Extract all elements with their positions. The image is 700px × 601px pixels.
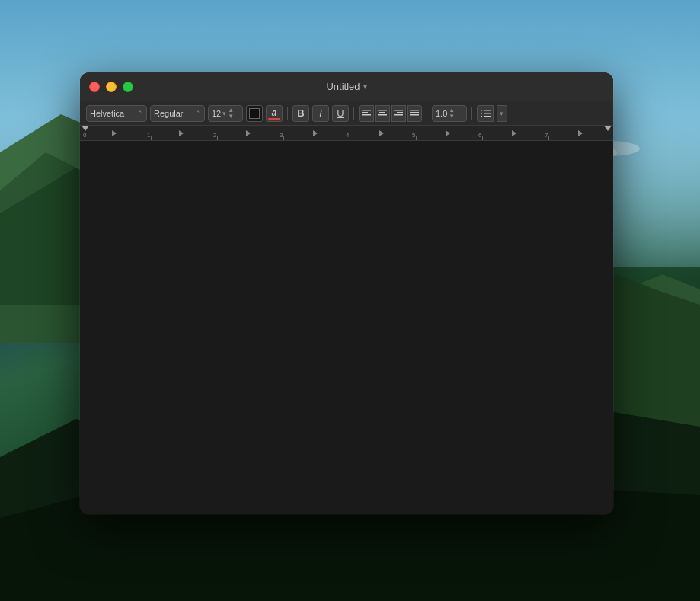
svg-rect-17 [362, 112, 368, 113]
tab-stop-3[interactable] [246, 130, 251, 136]
align-left-icon [362, 110, 371, 117]
svg-rect-29 [410, 112, 419, 113]
ruler-tick-5 [416, 136, 417, 140]
ruler-mark-4: 4 [346, 132, 349, 139]
svg-rect-37 [484, 116, 491, 117]
svg-rect-36 [481, 116, 482, 117]
ruler-left-margin-icon[interactable] [82, 126, 89, 131]
text-editor-window: Untitled ▾ Helvetica ⌃ Regular ⌃ 12 ▾ ▲ … [80, 72, 613, 514]
align-right-button[interactable] [391, 105, 406, 122]
ruler-mark-3: 3 [280, 132, 283, 139]
color-swatch [249, 108, 260, 119]
divider-2 [353, 107, 354, 120]
tab-stop-4[interactable] [313, 130, 318, 136]
divider-1 [287, 107, 288, 120]
tab-stop-7[interactable] [512, 130, 516, 136]
ruler: 0 1 2 3 4 5 6 7 [80, 126, 613, 141]
window-title-area[interactable]: Untitled ▾ [326, 81, 366, 92]
font-style-label: Regular [154, 109, 184, 118]
align-justify-button[interactable] [407, 105, 422, 122]
tab-stop-1[interactable] [112, 130, 117, 136]
window-title: Untitled [326, 81, 360, 92]
ruler-mark-6: 6 [478, 132, 481, 139]
ruler-mark-1: 1 [147, 132, 150, 139]
line-spacing-stepper-icon[interactable]: ▲ ▼ [449, 107, 455, 120]
font-family-select[interactable]: Helvetica ⌃ [86, 105, 147, 122]
align-right-icon [394, 110, 403, 117]
ruler-mark-7: 7 [545, 132, 548, 139]
ruler-tick-1 [151, 136, 152, 140]
underline-button[interactable]: U [332, 105, 349, 122]
divider-3 [427, 107, 427, 120]
svg-rect-23 [380, 117, 385, 117]
fill-color-button[interactable] [246, 105, 263, 122]
format-toolbar: Helvetica ⌃ Regular ⌃ 12 ▾ ▲ ▼ a [80, 101, 613, 126]
ruler-right-margin-icon[interactable] [604, 126, 612, 131]
ruler-tick-7 [548, 136, 549, 140]
title-chevron-icon: ▾ [363, 82, 367, 91]
list-dropdown-button[interactable]: ▾ [497, 105, 507, 122]
font-size-control[interactable]: 12 ▾ ▲ ▼ [208, 105, 243, 122]
tab-stop-8[interactable] [578, 130, 583, 136]
svg-rect-33 [484, 110, 491, 111]
svg-rect-32 [481, 110, 482, 111]
svg-rect-24 [394, 110, 403, 111]
font-size-dropdown-icon: ▾ [222, 110, 226, 117]
font-size-value: 12 [212, 109, 221, 118]
traffic-lights [89, 82, 133, 92]
tab-stop-5[interactable] [379, 130, 384, 136]
ruler-tick-6 [482, 136, 483, 140]
svg-rect-30 [410, 114, 419, 116]
tab-stop-2[interactable] [179, 130, 184, 136]
italic-icon: I [319, 107, 322, 119]
font-style-chevron-icon: ⌃ [195, 110, 201, 117]
font-size-stepper-icon[interactable]: ▲ ▼ [228, 107, 234, 120]
svg-rect-34 [481, 113, 482, 114]
italic-button[interactable]: I [312, 105, 329, 122]
ruler-tick-4 [350, 136, 350, 140]
line-spacing-value: 1.0 [436, 109, 447, 118]
svg-rect-21 [379, 112, 385, 113]
ruler-mark-2: 2 [213, 132, 216, 139]
font-family-chevron-icon: ⌃ [137, 110, 143, 117]
svg-rect-28 [410, 110, 419, 111]
line-spacing-control[interactable]: 1.0 ▲ ▼ [432, 105, 467, 122]
align-justify-icon [410, 110, 419, 117]
tab-stop-6[interactable] [446, 130, 450, 136]
svg-rect-20 [378, 110, 387, 111]
text-editing-area[interactable] [80, 141, 613, 514]
maximize-button[interactable] [123, 82, 133, 92]
alignment-group [359, 105, 422, 122]
svg-rect-22 [378, 114, 387, 116]
text-color-button[interactable]: a [266, 105, 283, 122]
svg-rect-26 [394, 114, 403, 116]
text-color-icon: a [272, 107, 277, 118]
bold-icon: B [297, 107, 304, 119]
ruler-mark-5: 5 [412, 132, 415, 139]
divider-4 [471, 107, 472, 120]
align-left-button[interactable] [359, 105, 374, 122]
ruler-marks: 0 1 2 3 4 5 6 7 [80, 126, 613, 140]
ruler-tick-3 [283, 136, 284, 140]
align-center-icon [378, 110, 387, 117]
close-button[interactable] [89, 82, 100, 92]
font-style-select[interactable]: Regular ⌃ [150, 105, 205, 122]
svg-rect-35 [484, 113, 491, 114]
list-chevron-icon: ▾ [500, 110, 503, 117]
underline-icon: U [337, 107, 344, 119]
text-color-underline [268, 118, 280, 120]
align-center-button[interactable] [375, 105, 390, 122]
svg-rect-19 [362, 117, 366, 117]
svg-rect-31 [410, 117, 419, 117]
list-button[interactable] [477, 105, 494, 122]
minimize-button[interactable] [106, 82, 117, 92]
bold-button[interactable]: B [292, 105, 309, 122]
ruler-tick-2 [217, 136, 218, 140]
svg-rect-27 [398, 117, 403, 117]
svg-rect-18 [362, 114, 371, 116]
title-bar: Untitled ▾ [80, 72, 613, 101]
svg-rect-16 [362, 110, 371, 111]
font-family-label: Helvetica [90, 109, 124, 118]
ruler-mark-0: 0 [83, 132, 86, 139]
list-icon [481, 109, 491, 117]
